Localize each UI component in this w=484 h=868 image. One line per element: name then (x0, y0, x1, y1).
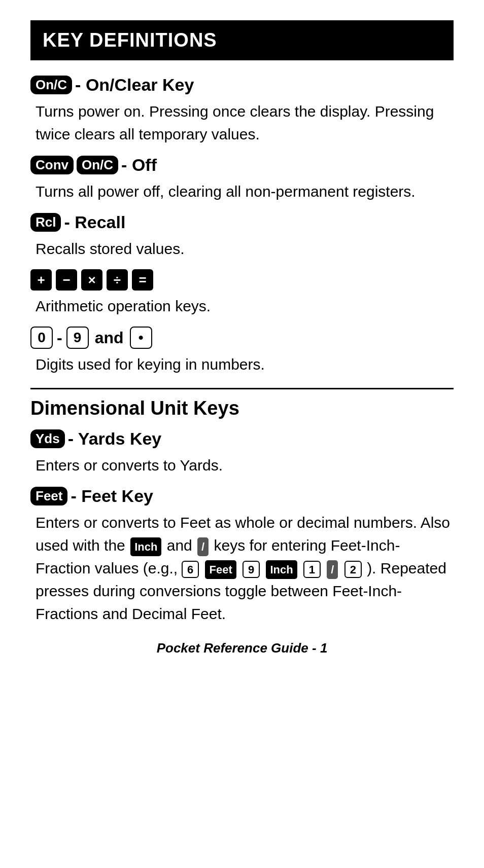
page-header: KEY DEFINITIONS (30, 20, 454, 60)
page-title: KEY DEFINITIONS (43, 29, 441, 51)
onc-badge-off: On/C (77, 156, 118, 174)
section-digits: 0 - 9 and • Digits used for keying in nu… (30, 327, 454, 376)
decimal-key: • (130, 327, 152, 349)
off-desc: Turns all power off, clearing all non-pe… (36, 180, 454, 203)
plus-key: + (30, 269, 52, 291)
arith-desc: Arithmetic operation keys. (36, 295, 454, 317)
section-on-clear: On/C - On/Clear Key Turns power on. Pres… (30, 75, 454, 146)
digit-keys-row: 0 - 9 and • (30, 327, 454, 349)
dimensional-title: Dimensional Unit Keys (30, 397, 454, 419)
arith-keys-row: + − × ÷ = (30, 269, 454, 291)
footer-text: Pocket Reference Guide - 1 (157, 640, 328, 656)
on-clear-label: On/C - On/Clear Key (30, 75, 194, 95)
feet-badge: Feet (30, 487, 67, 505)
digit-2-inline: 2 (344, 561, 362, 578)
yds-badge: Yds (30, 429, 65, 448)
digit-dash: - (57, 329, 62, 347)
equals-key: = (132, 269, 153, 291)
section-dimensional-title: Dimensional Unit Keys (30, 397, 454, 419)
yards-label: Yds - Yards Key (30, 429, 161, 449)
off-title: - Off (121, 155, 157, 175)
digit-6-inline: 6 (182, 561, 199, 578)
divide-key: ÷ (107, 269, 128, 291)
slash-inline-badge2: / (327, 560, 338, 579)
page: KEY DEFINITIONS On/C - On/Clear Key Turn… (0, 0, 484, 676)
digit-1-inline: 1 (303, 561, 321, 578)
on-clear-badge: On/C (30, 76, 72, 94)
feet-title: - Feet Key (71, 486, 153, 506)
recall-title: - Recall (64, 212, 125, 232)
slash-inline-badge: / (197, 537, 209, 556)
section-divider (30, 388, 454, 389)
recall-label: Rcl - Recall (30, 212, 125, 232)
inch-inline-badge: Inch (130, 537, 161, 556)
digit-9-key: 9 (66, 327, 89, 349)
footer: Pocket Reference Guide - 1 (30, 640, 454, 656)
yards-title: - Yards Key (68, 429, 162, 449)
rcl-badge: Rcl (30, 213, 61, 232)
section-feet: Feet - Feet Key Enters or converts to Fe… (30, 486, 454, 625)
feet-label: Feet - Feet Key (30, 486, 153, 506)
yards-desc: Enters or converts to Yards. (36, 454, 454, 477)
conv-badge: Conv (30, 156, 74, 174)
digits-desc: Digits used for keying in numbers. (36, 353, 454, 376)
and-text: and (95, 329, 124, 347)
recall-desc: Recalls stored values. (36, 237, 454, 260)
feet-inline-badge: Feet (205, 560, 236, 579)
section-recall: Rcl - Recall Recalls stored values. (30, 212, 454, 260)
section-off: Conv On/C - Off Turns all power off, cle… (30, 155, 454, 203)
inch-inline-badge2: Inch (266, 560, 297, 579)
on-clear-desc: Turns power on. Pressing once clears the… (36, 100, 454, 146)
digit-9-inline: 9 (243, 561, 260, 578)
off-label: Conv On/C - Off (30, 155, 157, 175)
minus-key: − (56, 269, 77, 291)
on-clear-title: - On/Clear Key (75, 75, 194, 95)
times-key: × (81, 269, 102, 291)
feet-desc: Enters or converts to Feet as whole or d… (36, 511, 454, 625)
digit-0-key: 0 (30, 327, 53, 349)
section-yards: Yds - Yards Key Enters or converts to Ya… (30, 428, 454, 477)
section-arith: + − × ÷ = Arithmetic operation keys. (30, 269, 454, 317)
